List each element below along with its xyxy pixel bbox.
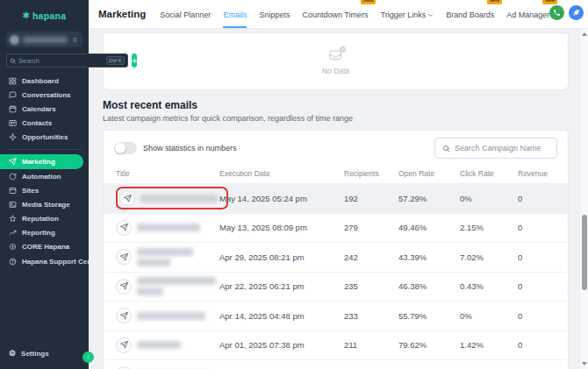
sidebar-item-label: Reputation: [22, 215, 59, 223]
sidebar-item-dashboard[interactable]: Dashboard: [0, 74, 89, 88]
vertical-scrollbar[interactable]: [579, 29, 588, 369]
email-title-redacted: [137, 312, 205, 320]
col-recipients[interactable]: Recipients: [344, 169, 398, 178]
tab-ad-manager[interactable]: Ad Manager New: [506, 11, 549, 28]
sidebar-search-input[interactable]: [18, 57, 104, 65]
sidebar-item-label: Reporting: [22, 229, 55, 237]
new-badge: New: [487, 0, 502, 4]
col-open-rate[interactable]: Open Rate: [398, 169, 460, 178]
send-icon: [116, 337, 132, 353]
col-click-rate[interactable]: Click Rate: [460, 169, 518, 178]
scrollbar-thumb[interactable]: [582, 215, 587, 290]
email-title-redacted: [137, 224, 200, 231]
contacts-icon: [9, 119, 17, 127]
sidebar-item-sites[interactable]: Sites: [0, 183, 89, 197]
sidebar-item-reporting[interactable]: Reporting: [0, 226, 89, 240]
table-row[interactable]: Apr 01, 2025 07:38 pm 211 79.62% 1.42% 0: [104, 330, 568, 360]
sidebar-search[interactable]: Ctrl K: [6, 53, 128, 67]
sidebar-item-label: Contacts: [22, 119, 52, 127]
no-data-label: No Data: [322, 67, 349, 75]
sidebar-item-media-storage[interactable]: Media Storage: [0, 197, 89, 211]
click-rate: 0%: [460, 194, 518, 203]
col-title[interactable]: Title: [116, 169, 219, 178]
tab-trigger-links[interactable]: Trigger Links: [380, 11, 434, 28]
campaign-search-input[interactable]: [455, 144, 549, 153]
table-row[interactable]: Mar 20, 2025 09:15 am 1 100% 100% 0: [104, 359, 568, 369]
email-title-redacted: [137, 277, 216, 285]
section-title: Most recent emails: [103, 99, 569, 111]
sidebar-collapse-button[interactable]: [82, 351, 94, 363]
statistics-toggle[interactable]: [114, 142, 137, 154]
sidebar-item-contacts[interactable]: Contacts: [0, 117, 89, 131]
sidebar-item-label: Sites: [22, 187, 39, 195]
sidebar-item-label: Automation: [22, 173, 61, 181]
send-icon: [116, 279, 132, 294]
send-icon: [116, 308, 132, 323]
search-icon: [10, 58, 16, 64]
sidebar-item-reputation[interactable]: Reputation: [0, 212, 89, 226]
tab-brand-boards[interactable]: Brand Boards New: [446, 11, 494, 28]
dashboard-icon: [9, 77, 17, 85]
search-icon: [442, 145, 450, 153]
sidebar-item-label: Conversations: [22, 91, 71, 99]
new-badge: New: [361, 0, 376, 4]
email-title-redacted: [137, 341, 181, 349]
sidebar-item-core-hapana[interactable]: CORE Hapana: [0, 240, 89, 254]
table-row[interactable]: Apr 14, 2025 04:48 pm 233 55.79% 0% 0: [104, 301, 568, 330]
sidebar-item-opportunities[interactable]: Opportunities: [0, 131, 89, 145]
sidebar-item-settings[interactable]: ⚙ Settings: [0, 347, 89, 361]
scroll-up-arrow[interactable]: [582, 32, 587, 36]
revenue: 0: [518, 252, 556, 262]
gear-icon: ⚙: [9, 350, 16, 358]
sidebar-item-label: Opportunities: [22, 133, 68, 141]
section-subtitle: Latest campaign metrics for quick compar…: [103, 114, 569, 123]
revenue: 0: [518, 223, 556, 232]
tab-social-planner[interactable]: Social Planner: [160, 11, 211, 28]
sidebar: ✱ hapana Ctrl K + Dashboard Conversatio: [0, 0, 89, 369]
shortcut-badge: Ctrl K: [106, 56, 125, 65]
phone-button[interactable]: [549, 5, 564, 20]
sidebar-item-conversations[interactable]: Conversations: [0, 88, 89, 102]
sidebar-item-support-center[interactable]: Hapana Support Center: [0, 254, 89, 268]
hapana-logo-icon: ✱: [23, 11, 30, 20]
tab-snippets[interactable]: Snippets: [259, 11, 290, 28]
content-area: No Data Most recent emails Latest campai…: [89, 29, 588, 369]
annotation-red-box: [116, 187, 228, 209]
core-hapana-icon: [9, 243, 17, 251]
click-rate: 2.15%: [460, 223, 518, 232]
click-rate: 7.02%: [460, 252, 518, 262]
execution-date: Apr 14, 2025 04:48 pm: [219, 311, 344, 321]
campaign-search[interactable]: [434, 138, 557, 159]
table-row[interactable]: May 14, 2025 05:24 pm 192 57.29% 0% 0: [104, 183, 568, 213]
open-rate: 55.79%: [398, 311, 460, 321]
sidebar-item-label: Dashboard: [22, 77, 59, 85]
sidebar-item-label: Hapana Support Center: [22, 258, 89, 266]
table-row[interactable]: Apr 22, 2025 06:21 pm 235 46.38% 0.43% 0: [104, 272, 568, 302]
media-storage-icon: [9, 201, 17, 209]
account-selector[interactable]: [6, 32, 82, 47]
scroll-down-arrow[interactable]: [582, 362, 587, 365]
sidebar-item-label: Settings: [21, 350, 49, 358]
sidebar-item-automation[interactable]: Automation: [0, 169, 89, 183]
col-execution-date[interactable]: Execution Date: [219, 169, 344, 178]
recipients: 279: [344, 223, 398, 232]
recipients: 242: [344, 252, 398, 262]
send-icon: [119, 190, 135, 206]
email-title-redacted: [137, 248, 193, 256]
hapana-logo-text: hapana: [32, 11, 67, 21]
hapana-logo: ✱ hapana: [0, 4, 89, 28]
sidebar-item-label: CORE Hapana: [22, 243, 69, 251]
quick-add-button[interactable]: +: [132, 53, 137, 67]
col-revenue[interactable]: Revenue: [518, 169, 556, 178]
execution-date: Apr 01, 2025 07:38 pm: [219, 340, 344, 350]
tab-countdown-timers[interactable]: Countdown Timers New: [302, 11, 368, 28]
marketing-icon: [9, 158, 17, 166]
sidebar-item-calendars[interactable]: Calendars: [0, 102, 89, 116]
tab-emails[interactable]: Emails: [223, 11, 247, 28]
launcher-button[interactable]: [569, 5, 584, 20]
table-row[interactable]: May 13, 2025 08:09 pm 279 49.46% 2.15% 0: [104, 213, 568, 243]
phone-icon: [553, 9, 561, 17]
table-row[interactable]: Apr 29, 2025 08:21 pm 242 43.39% 7.02% 0: [104, 242, 568, 272]
execution-date: Apr 29, 2025 08:21 pm: [219, 252, 344, 262]
sidebar-item-marketing[interactable]: Marketing: [0, 154, 83, 169]
